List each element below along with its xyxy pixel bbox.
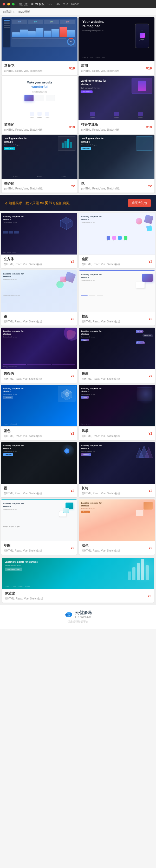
svg-point-13: [67, 612, 70, 615]
template-name-itzpo: 伊茨坡: [5, 591, 43, 596]
promo-text-before: 不知道买哪一款？只需: [5, 201, 39, 205]
template-info-blue: 蓝色 前HTML, React, Vue, Sketch衫组 ¥2: [1, 426, 77, 440]
template-name-atmo: 氛: [81, 181, 120, 186]
template-info-itzpo: 伊茨坡 前HTML, React, Vue, Sketch衫组 ¥2: [2, 589, 154, 602]
template-info-malak: 马拉克 前HTML, React, Vue, Sketch衫组 ¥19: [2, 61, 77, 75]
template-preview-cube: Landing template for startups Built excl…: [1, 213, 77, 254]
template-preview-simple: Make your websitewonderful How Simple wo…: [2, 76, 77, 120]
template-preview-mixed: Landing template for startups Both exclu…: [1, 328, 77, 369]
template-card-malak[interactable]: 1.4M Users 2.9k Sales 3.6% Rate: [2, 17, 77, 75]
template-info-pro: 打开专业版 前HTML, React, Vue, Sketch衫组 ¥19: [79, 120, 154, 134]
template-tags-sketch: 前HTML, React, Vue, Sketch衫组: [4, 549, 42, 553]
price-dew: ¥2: [71, 489, 74, 493]
price-value-neat: ¥2: [71, 184, 75, 188]
template-meta-mixed: 陈杂的 前HTML, React, Vue, Sketch衫组: [4, 371, 42, 381]
window-min-dot: [7, 3, 10, 5]
promo-highlight: ¥9 买: [40, 201, 48, 205]
price-cube: ¥2: [71, 260, 74, 264]
price-desktop: ¥2: [149, 260, 152, 264]
template-preview-supreme: Landing template for startups Built excl…: [79, 328, 155, 369]
price-itzpo: ¥2: [148, 594, 151, 598]
template-meta-malak: 马拉克 前HTML, React, Vue, Sketch衫组: [4, 63, 43, 73]
template-card-app[interactable]: Your website,reimagined From rough desig…: [79, 17, 154, 75]
template-card-sketch[interactable]: Landing template for startups Both exclu…: [1, 499, 77, 555]
template-name-simple: 简单的: [4, 122, 43, 127]
template-preview-pro: Landing template for startups Built excl…: [79, 76, 154, 120]
breadcrumb: 前元素 > HTML模板: [0, 8, 156, 16]
template-preview-frame: Landing template for startups Both exclu…: [79, 270, 155, 312]
price-mixed: ¥2: [71, 374, 74, 378]
template-name-malak: 马拉克: [4, 63, 43, 68]
template-info-supreme: 最高 前HTML, React, Vue, Sketch衫组 ¥2: [79, 369, 155, 383]
template-name-road: 路: [4, 314, 42, 319]
template-meta-supreme: 最高 前HTML, React, Vue, Sketch衫组: [82, 371, 120, 381]
template-tags-simple: 前HTML, React, Vue, Sketch衫组: [4, 128, 43, 132]
template-meta-blue: 蓝色 前HTML, React, Vue, Sketch衫组: [4, 429, 42, 438]
template-card-pro[interactable]: Landing template for startups Built excl…: [79, 76, 154, 134]
breadcrumb-sep1: >: [13, 10, 15, 13]
template-card-frame[interactable]: Landing template for startups Both exclu…: [79, 270, 155, 326]
price-value-atmo: ¥2: [148, 184, 152, 188]
template-preview-dew: Landing template for startups Both exclu…: [1, 442, 77, 484]
promo-button[interactable]: 购买大礼包: [128, 199, 151, 207]
nav-item-vue[interactable]: Vue: [63, 2, 68, 6]
template-card-simple[interactable]: Make your websitewonderful How Simple wo…: [2, 76, 77, 134]
breadcrumb-home[interactable]: 前元素: [3, 10, 12, 14]
price-simple: ¥19: [69, 125, 75, 129]
template-info-storm: 风暴 前HTML, React, Vue, Sketch衫组 ¥2: [79, 426, 155, 440]
template-name-dew: 露: [4, 486, 42, 491]
template-card-road[interactable]: Landing template for startups Both exclu…: [1, 270, 77, 326]
promo-text-after: 即可全部购买。: [49, 201, 73, 205]
template-card-itzpo[interactable]: Landing template for startups Built excl…: [2, 558, 154, 602]
template-card-storm[interactable]: Landing template for startups Built excl…: [79, 385, 155, 440]
template-name-supreme: 最高: [82, 371, 120, 376]
template-info-desktop: 桌面 前HTML, React, Vue, Sketch衫组 ¥2: [79, 254, 155, 268]
template-card-desktop[interactable]: Landing template for startups Both exclu…: [79, 213, 155, 268]
template-card-cube[interactable]: Landing template for startups Built excl…: [1, 213, 77, 268]
window-max-dot: [12, 3, 15, 5]
template-name-neat: 整齐的: [4, 181, 43, 186]
nav-items: 前元素 HTML模板 CSS JS Vue React: [19, 2, 79, 6]
nav-item-home[interactable]: 前元素: [19, 2, 28, 6]
template-meta-frame: 框架 前HTML, React, Vue, Sketch衫组: [82, 314, 120, 323]
template-name-mixed: 陈杂的: [4, 371, 42, 376]
template-card-neat[interactable]: Landing template for startups Built excl…: [2, 135, 77, 193]
template-card-mixed[interactable]: Landing template for startups Both exclu…: [1, 328, 77, 383]
breadcrumb-category[interactable]: HTML模板: [17, 10, 30, 14]
price-spike: ¥2: [149, 489, 152, 493]
template-preview-neat: Landing template for startups Built excl…: [2, 135, 77, 179]
template-card-skin[interactable]: Landing template for startups Both exclu…: [79, 499, 155, 555]
template-card-supreme[interactable]: Landing template for startups Built excl…: [79, 328, 155, 383]
price-blue: ¥2: [71, 432, 74, 435]
promo-text: 不知道买哪一款？只需 ¥9 买 即可全部购买。: [5, 201, 73, 206]
nav-item-html[interactable]: HTML模板: [31, 2, 45, 6]
nav-item-js[interactable]: JS: [57, 2, 60, 6]
template-card-spike[interactable]: Landing template for startups Also use f…: [79, 442, 155, 497]
template-grid: Landing template for startups Built excl…: [0, 212, 156, 556]
template-meta-cube: 立方体 前HTML, React, Vue, Sketch衫组: [4, 257, 42, 266]
template-info-app: 应用 前HTML, React, Vue, Sketch衫组 ¥19: [79, 61, 154, 75]
template-preview-spike: Landing template for startups Also use f…: [79, 442, 155, 484]
template-preview-atmo: Landing template for startups Built excl…: [79, 135, 154, 179]
price-value-pro: ¥19: [146, 125, 152, 129]
template-preview-itzpo: Landing template for startups Built excl…: [2, 558, 154, 589]
template-info-frame: 框架 前HTML, React, Vue, Sketch衫组 ¥2: [79, 312, 155, 326]
nav-item-react[interactable]: React: [71, 2, 79, 6]
template-tags-road: 前HTML, React, Vue, Sketch衫组: [4, 320, 42, 323]
template-preview-skin: Landing template for startups Both exclu…: [79, 499, 155, 541]
template-tags-neat: 前HTML, React, Vue, Sketch衫组: [4, 187, 43, 190]
template-name-desktop: 桌面: [82, 257, 120, 261]
template-card-blue[interactable]: Landing template for startups Built excl…: [1, 385, 77, 440]
template-preview-blue: Landing template for startups Built excl…: [1, 385, 77, 426]
template-meta-sketch: 草图 前HTML, React, Vue, Sketch衫组: [4, 543, 42, 553]
template-info-cube: 立方体 前HTML, React, Vue, Sketch衫组 ¥2: [1, 254, 77, 268]
nav-item-css[interactable]: CSS: [48, 2, 54, 6]
template-card-atmo[interactable]: Landing template for startups Built excl…: [79, 135, 154, 193]
template-card-dew[interactable]: Landing template for startups Both exclu…: [1, 442, 77, 497]
svg-point-6: [65, 393, 69, 397]
template-name-pro: 打开专业版: [81, 122, 120, 127]
template-tags-skin: 前HTML, React, Vue, Sketch衫组: [82, 549, 120, 553]
template-name-cube: 立方体: [4, 257, 42, 261]
template-meta-atmo: 氛 前HTML, React, Vue, Sketch衫组: [81, 181, 120, 190]
price-supreme: ¥2: [149, 374, 152, 378]
